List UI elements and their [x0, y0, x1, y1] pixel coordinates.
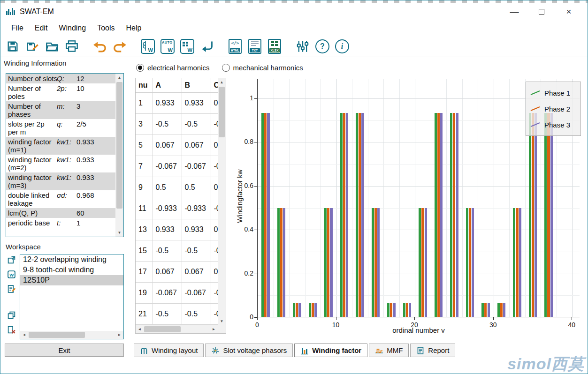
- export-xlsx-button[interactable]: XLSX: [266, 37, 283, 56]
- harmonics-row: 15-0.5-0.5-0.5: [136, 240, 219, 261]
- bar-phase-1: [419, 208, 421, 318]
- winding-table-icon: W: [180, 39, 194, 54]
- undo-button[interactable]: [91, 37, 109, 56]
- scroll-left-icon[interactable]: ◄: [20, 331, 28, 339]
- scroll-up-icon[interactable]: ▲: [218, 78, 226, 86]
- winding-factor-chart: Windingfactor kw ordinal number v Phase …: [231, 74, 587, 339]
- minimize-button[interactable]: —: [501, 4, 528, 20]
- bar-phase-3: [330, 208, 332, 318]
- view-tabs: Winding layout Slot voltage phasors Wind…: [134, 344, 455, 357]
- harmonics-hscrollbar[interactable]: ◄ ►: [136, 325, 218, 333]
- bar-phase-3: [456, 113, 458, 317]
- winding-info-row: double linked leakageσd:0.968: [6, 190, 115, 208]
- exit-button[interactable]: Exit: [5, 344, 124, 357]
- maximize-button[interactable]: [528, 4, 555, 20]
- workspace-item[interactable]: 12S10P: [20, 275, 123, 285]
- redo-button[interactable]: [111, 37, 129, 56]
- harmonics-row: 19-0.067-0.067-0.067: [136, 282, 219, 303]
- import-winding-button[interactable]: [198, 37, 216, 56]
- delete-winding-icon[interactable]: [7, 325, 16, 334]
- legend-line-icon: [530, 105, 541, 112]
- titlebar: SWAT-EM — ×: [0, 3, 588, 21]
- tab-report[interactable]: Report: [410, 344, 455, 357]
- menu-file[interactable]: File: [7, 22, 28, 34]
- clone-winding-icon[interactable]: [7, 310, 16, 320]
- legend-entry: Phase 2: [530, 101, 577, 117]
- manual-winding-button[interactable]: W: [139, 37, 157, 56]
- info-button[interactable]: i: [333, 37, 351, 56]
- info-table-scrollbar[interactable]: ▲ ▼: [115, 74, 123, 237]
- export-html-button[interactable]: </> HTML: [226, 37, 244, 56]
- auto-winding-icon: AUTO W: [160, 39, 175, 54]
- edit-winding-icon[interactable]: [7, 284, 16, 293]
- svg-text:W: W: [9, 272, 14, 277]
- menubar: File Edit Winding Tools Help: [0, 21, 588, 36]
- tab-winding-factor[interactable]: Winding factor: [294, 344, 367, 357]
- tab-mmf[interactable]: MMF: [369, 344, 409, 357]
- manual-winding-icon: W: [141, 39, 155, 54]
- menu-help[interactable]: Help: [122, 22, 146, 34]
- harmonics-col-header: A: [153, 78, 182, 92]
- export-txt-button[interactable]: TXT: [246, 37, 264, 56]
- winding-dialog-icon[interactable]: W: [7, 269, 16, 279]
- close-button[interactable]: ×: [555, 4, 582, 20]
- radio-electrical-harmonics[interactable]: electrical harmonics: [136, 64, 210, 72]
- bar-phase-1: [261, 113, 264, 317]
- auto-winding-button[interactable]: AUTO W: [159, 37, 176, 56]
- bar-phase-3: [519, 208, 521, 318]
- bar-phase-1: [450, 113, 452, 317]
- scrollbar-thumb[interactable]: [116, 82, 122, 209]
- scroll-down-icon[interactable]: ▼: [115, 229, 123, 237]
- tab-label: Winding layout: [152, 346, 198, 354]
- add-winding-icon[interactable]: [7, 255, 16, 264]
- bar-phase-1: [309, 303, 311, 317]
- winding-factor-icon: [300, 346, 309, 355]
- tab-winding-layout[interactable]: Winding layout: [134, 344, 204, 357]
- tab-label: MMF: [387, 346, 403, 354]
- bar-phase-1: [466, 208, 468, 318]
- workspace-item[interactable]: 9-8 tooth-coil winding: [20, 265, 123, 275]
- save-button[interactable]: [4, 37, 22, 56]
- save-as-button[interactable]: [23, 37, 41, 56]
- winding-table-button[interactable]: W: [178, 37, 196, 56]
- legend-entry: Phase 1: [530, 85, 577, 101]
- workspace-hscrollbar[interactable]: ◄ ►: [20, 331, 123, 339]
- settings-button[interactable]: [294, 37, 312, 56]
- bar-phase-3: [298, 303, 301, 317]
- bar-phase-2: [516, 208, 518, 318]
- open-button[interactable]: [43, 37, 61, 56]
- radio-mechanical-harmonics[interactable]: mechanical harmonics: [222, 64, 303, 72]
- print-button[interactable]: [63, 37, 81, 56]
- menu-winding[interactable]: Winding: [54, 22, 91, 34]
- harmonics-row: 90.50.50.5: [136, 177, 219, 198]
- workspace-item[interactable]: 12-2 overlapping winding: [20, 254, 123, 265]
- scroll-right-icon[interactable]: ►: [115, 331, 123, 339]
- help-button[interactable]: ?: [313, 37, 331, 56]
- bar-phase-1: [387, 303, 389, 317]
- app-title: SWAT-EM: [20, 7, 54, 16]
- workspace-title: Workspace: [6, 243, 41, 251]
- winding-info-row: winding factor (m=1)kw1:0.933: [6, 137, 115, 155]
- scrollbar-thumb[interactable]: [144, 326, 181, 332]
- bar-phase-1: [497, 303, 500, 317]
- scrollbar-thumb[interactable]: [29, 332, 85, 338]
- bar-phase-3: [346, 113, 348, 317]
- winding-info-row: winding factor (m=3)kw1:0.933: [6, 172, 115, 190]
- harmonics-vscrollbar[interactable]: ▲ ▼: [218, 78, 226, 325]
- bar-phase-3: [472, 208, 474, 318]
- phasor-icon: [211, 346, 220, 355]
- scrollbar-thumb[interactable]: [219, 87, 225, 137]
- tab-slot-voltage-phasors[interactable]: Slot voltage phasors: [205, 344, 293, 357]
- scroll-down-icon[interactable]: ▼: [218, 317, 226, 325]
- bar-phase-2: [532, 113, 534, 317]
- scroll-right-icon[interactable]: ►: [210, 325, 218, 333]
- tab-label: Winding factor: [312, 346, 361, 354]
- scroll-left-icon[interactable]: ◄: [136, 325, 144, 333]
- scroll-up-icon[interactable]: ▲: [115, 74, 123, 82]
- harmonics-row: 11-0.933-0.933-0.933: [136, 198, 219, 219]
- bar-phase-3: [314, 303, 317, 317]
- menu-tools[interactable]: Tools: [92, 22, 119, 34]
- menu-edit[interactable]: Edit: [30, 22, 53, 34]
- watermark: simol西莫: [507, 353, 584, 374]
- help-icon: ?: [315, 39, 329, 53]
